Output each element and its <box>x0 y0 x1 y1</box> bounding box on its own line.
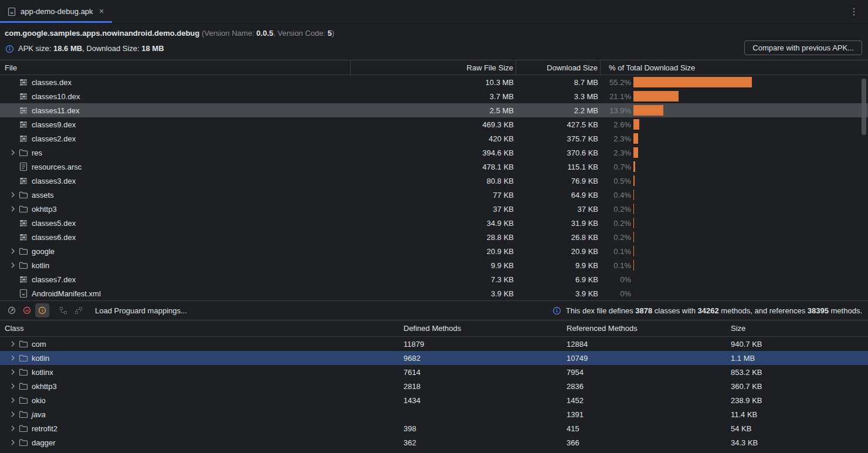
download-size-bar-cell <box>633 272 868 286</box>
chevron-right-icon[interactable] <box>7 353 19 363</box>
download-size-bar <box>633 147 638 158</box>
method-filter-icon[interactable]: m <box>20 303 34 317</box>
class-table-body: com1187912884940.7 KBkotlin9682107491.1 … <box>0 337 868 449</box>
load-proguard-mappings-button[interactable]: Load Proguard mappings... <box>95 306 187 315</box>
apk-size-text: APK size: 18.6 MB, Download Size: 18 MB <box>18 43 164 55</box>
package-name-label: java <box>32 410 46 419</box>
class-row[interactable]: okio14341452238.9 KB <box>0 393 868 407</box>
field-filter-icon[interactable]: f <box>35 303 49 317</box>
file-name-label: classes9.dex <box>32 120 76 129</box>
chevron-right-icon[interactable] <box>7 424 19 433</box>
file-table-body: classes.dex10.3 MB8.7 MB55.2%classes10.d… <box>0 75 868 300</box>
file-row[interactable]: classes11.dex2.5 MB2.2 MB13.9% <box>0 103 868 117</box>
file-row[interactable]: assets77 KB64.9 KB0.4% <box>0 188 868 202</box>
class-row[interactable]: com1187912884940.7 KB <box>0 337 868 351</box>
file-row[interactable]: classes5.dex34.9 KB31.9 KB0.2% <box>0 216 868 230</box>
defined-methods: 9682 <box>399 354 562 363</box>
column-header-defined-methods[interactable]: Defined Methods <box>399 324 562 333</box>
file-name-label: AndroidManifest.xml <box>32 289 101 298</box>
column-header-size[interactable]: Size <box>726 324 868 333</box>
defined-methods: 11879 <box>399 340 562 349</box>
download-size-bar <box>633 175 635 186</box>
package-name-cell: retrofit2 <box>0 424 399 433</box>
file-row[interactable]: classes2.dex420 KB375.7 KB2.3% <box>0 131 868 146</box>
package-size: 34.3 KB <box>726 438 868 447</box>
download-size: 3.9 KB <box>516 289 601 298</box>
more-options-icon[interactable]: ⋮ <box>840 0 868 23</box>
class-row[interactable]: java139111.4 KB <box>0 407 868 421</box>
file-name-cell: classes10.dex <box>0 92 351 101</box>
column-header-percent[interactable]: % of Total Download Size <box>601 60 868 75</box>
apk-size-line: APK size: 18.6 MB, Download Size: 18 MB <box>5 43 868 55</box>
dex-file-icon <box>19 106 28 115</box>
package-name-cell: com <box>0 339 399 349</box>
vertical-scrollbar[interactable] <box>862 79 866 135</box>
download-size-value: 18 MB <box>141 44 164 53</box>
column-header-referenced-methods[interactable]: Referenced Methods <box>562 324 726 333</box>
column-header-file[interactable]: File <box>0 60 351 75</box>
chevron-right-icon[interactable] <box>7 190 19 200</box>
column-header-raw-size[interactable]: Raw File Size <box>351 60 516 75</box>
class-row[interactable]: kotlinx76147954853.2 KB <box>0 365 868 379</box>
file-row[interactable]: resources.arsc478.1 KB115.1 KB0.7% <box>0 160 868 174</box>
arsc-file-icon <box>19 162 28 171</box>
package-name-cell: kotlin <box>0 353 399 363</box>
package-name-label: dagger <box>32 438 55 447</box>
collapse-all-icon[interactable] <box>72 303 86 317</box>
file-row[interactable]: google20.9 KB20.9 KB0.1% <box>0 244 868 258</box>
class-row[interactable]: okhttp328182836360.7 KB <box>0 379 868 393</box>
file-row[interactable]: AndroidManifest.xml3.9 KB3.9 KB0% <box>0 286 868 300</box>
chevron-right-icon <box>7 106 19 115</box>
chevron-right-icon[interactable] <box>7 381 19 391</box>
class-row[interactable]: kotlin9682107491.1 MB <box>0 351 868 365</box>
file-row[interactable]: classes7.dex7.3 KB6.9 KB0% <box>0 272 868 286</box>
file-name-label: classes7.dex <box>32 275 76 284</box>
folder-icon <box>19 261 28 270</box>
file-row[interactable]: okhttp337 KB37 KB0.2% <box>0 202 868 216</box>
file-row[interactable]: kotlin9.9 KB9.9 KB0.1% <box>0 258 868 272</box>
file-row[interactable]: res394.6 KB370.6 KB2.3% <box>0 146 868 160</box>
chevron-right-icon[interactable] <box>7 246 19 256</box>
expand-all-icon[interactable] <box>56 303 70 317</box>
chevron-right-icon[interactable] <box>7 367 19 377</box>
file-row[interactable]: classes9.dex469.3 KB427.5 KB2.6% <box>0 117 868 131</box>
package-size: 238.9 KB <box>726 396 868 405</box>
info-icon <box>5 44 14 53</box>
class-filter-icon[interactable] <box>5 303 19 317</box>
class-row[interactable]: dagger36236634.3 KB <box>0 435 868 449</box>
raw-file-size: 34.9 KB <box>351 219 516 228</box>
file-row[interactable]: classes3.dex80.8 KB76.9 KB0.5% <box>0 174 868 188</box>
column-header-class[interactable]: Class <box>0 324 399 333</box>
dex-file-info: This dex file defines 3878 classes with … <box>552 306 864 315</box>
raw-file-size: 420 KB <box>351 134 516 143</box>
file-row[interactable]: classes10.dex3.7 MB3.3 MB21.1% <box>0 89 868 103</box>
file-name-cell: classes6.dex <box>0 232 351 242</box>
file-row[interactable]: classes.dex10.3 MB8.7 MB55.2% <box>0 75 868 89</box>
chevron-right-icon[interactable] <box>7 339 19 349</box>
file-name-label: classes5.dex <box>32 219 76 228</box>
dex-file-icon <box>19 134 28 143</box>
column-header-download-size[interactable]: Download Size <box>516 60 601 75</box>
close-icon[interactable]: ✕ <box>97 6 106 16</box>
chevron-right-icon[interactable] <box>7 204 19 214</box>
dex-file-icon <box>19 92 28 101</box>
percent-of-total: 2.3% <box>601 134 633 143</box>
chevron-right-icon[interactable] <box>7 395 19 405</box>
download-size: 26.8 KB <box>516 233 601 242</box>
package-name-label: retrofit2 <box>32 424 57 433</box>
chevron-right-icon[interactable] <box>7 410 19 419</box>
file-name-label: assets <box>32 191 54 200</box>
tab-apk-analyzer[interactable]: app-demo-debug.apk ✕ <box>0 0 112 23</box>
download-size-bar-cell <box>633 89 868 103</box>
class-row[interactable]: retrofit239841554 KB <box>0 421 868 435</box>
file-row[interactable]: classes6.dex28.8 KB26.8 KB0.2% <box>0 230 868 244</box>
percent-of-total: 0% <box>601 275 633 284</box>
chevron-right-icon[interactable] <box>7 438 19 447</box>
chevron-right-icon[interactable] <box>7 148 19 157</box>
download-size: 31.9 KB <box>516 219 601 228</box>
compare-apk-button[interactable]: Compare with previous APK... <box>744 40 862 55</box>
chevron-right-icon[interactable] <box>7 261 19 270</box>
chevron-right-icon <box>7 176 19 185</box>
file-name-cell: AndroidManifest.xml <box>0 289 351 298</box>
raw-file-size: 10.3 MB <box>351 78 516 87</box>
